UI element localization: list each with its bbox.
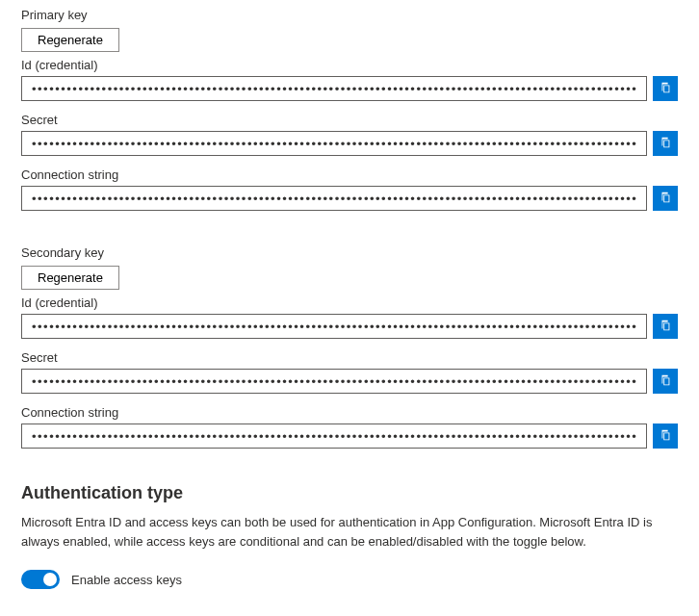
primary-conn-label: Connection string — [21, 167, 678, 182]
primary-key-section: Primary key Regenerate Id (credential) S… — [21, 8, 678, 211]
primary-secret-label: Secret — [21, 113, 678, 127]
secondary-key-label: Secondary key — [21, 245, 678, 260]
copy-icon — [659, 136, 672, 152]
copy-icon — [659, 191, 672, 207]
authentication-type-section: Authentication type Microsoft Entra ID a… — [21, 483, 678, 589]
secondary-regenerate-button[interactable]: Regenerate — [21, 266, 119, 290]
secondary-id-label: Id (credential) — [21, 295, 678, 310]
primary-secret-input[interactable] — [21, 131, 647, 156]
primary-key-label: Primary key — [21, 8, 678, 22]
primary-id-input[interactable] — [21, 76, 647, 101]
secondary-secret-input[interactable] — [21, 369, 647, 394]
secondary-secret-copy-button[interactable] — [653, 369, 678, 394]
secondary-conn-copy-button[interactable] — [653, 424, 678, 449]
copy-icon — [659, 428, 672, 445]
secondary-conn-label: Connection string — [21, 405, 678, 420]
secondary-id-copy-button[interactable] — [653, 314, 678, 339]
authentication-type-description: Microsoft Entra ID and access keys can b… — [21, 513, 678, 551]
secondary-secret-label: Secret — [21, 350, 678, 365]
enable-access-keys-toggle[interactable] — [21, 570, 60, 589]
authentication-type-heading: Authentication type — [21, 483, 678, 503]
primary-id-copy-button[interactable] — [653, 76, 678, 101]
primary-conn-input[interactable] — [21, 186, 647, 211]
copy-icon — [659, 319, 672, 335]
secondary-id-input[interactable] — [21, 314, 647, 339]
primary-id-label: Id (credential) — [21, 58, 678, 72]
primary-regenerate-button[interactable]: Regenerate — [21, 28, 119, 52]
secondary-key-section: Secondary key Regenerate Id (credential)… — [21, 245, 678, 449]
secondary-conn-input[interactable] — [21, 424, 647, 449]
copy-icon — [659, 373, 672, 390]
enable-access-keys-label: Enable access keys — [71, 573, 182, 587]
primary-secret-copy-button[interactable] — [653, 131, 678, 156]
copy-icon — [659, 81, 672, 97]
toggle-knob — [43, 573, 57, 586]
primary-conn-copy-button[interactable] — [653, 186, 678, 211]
